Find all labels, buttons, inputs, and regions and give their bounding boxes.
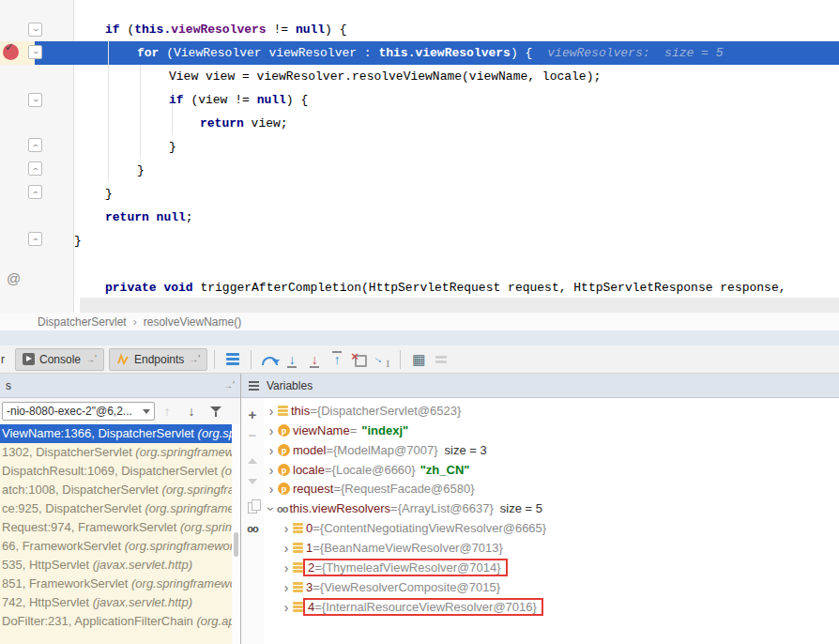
fold-end-marker-icon[interactable]: › — [28, 161, 42, 176]
frame-row[interactable]: 66, FrameworkServlet (org.springframewor — [0, 537, 232, 556]
step-out-button[interactable]: ↑ — [326, 348, 348, 371]
frame-row[interactable]: 742, HttpServlet (javax.servlet.http) — [0, 593, 232, 612]
evaluate-expression-button[interactable]: ▦ — [407, 348, 430, 371]
equals-sign: = — [325, 463, 332, 477]
tab-console[interactable]: Console →' — [15, 348, 104, 371]
step-over-button[interactable] — [258, 348, 281, 371]
scrollbar-thumb[interactable] — [234, 532, 238, 557]
console-icon — [23, 353, 35, 365]
code-line: } — [105, 182, 113, 206]
hamburger-icon[interactable] — [249, 381, 259, 391]
variable-row[interactable]: ›pviewName = "indexj" — [266, 421, 408, 440]
chevron-collapsed-icon[interactable]: › — [281, 542, 292, 555]
variable-name: this — [291, 404, 310, 418]
frame-row[interactable]: 535, HttpServlet (javax.servlet.http) — [0, 556, 232, 575]
new-watch-button[interactable]: + — [242, 404, 263, 424]
variable-name: viewName — [293, 423, 350, 437]
code-token: for — [137, 46, 159, 60]
breadcrumb-item-class[interactable]: DispatcherServlet — [38, 315, 127, 329]
triangle-up-icon — [248, 458, 257, 464]
variable-row[interactable]: ›pmodel = {ModelMap@7007}size = 3 — [266, 440, 487, 460]
frame-row[interactable]: DoFilter:231, ApplicationFilterChain (or… — [0, 612, 232, 631]
chevron-collapsed-icon[interactable]: › — [281, 581, 292, 594]
breakpoint-icon[interactable]: ✓ — [3, 44, 19, 60]
fold-end-marker-icon[interactable]: › — [28, 232, 42, 246]
show-watches-button[interactable]: oo — [242, 518, 263, 539]
chevron-collapsed-icon[interactable]: › — [281, 601, 292, 614]
variable-row[interactable]: ›prequest = {RequestFacade@6580} — [266, 479, 475, 498]
code-token: private void — [105, 281, 193, 295]
tab-endpoints[interactable]: Endpoints →' — [109, 348, 207, 371]
frame-row[interactable]: atch:1008, DispatcherServlet (org.spring… — [0, 481, 232, 499]
drop-frame-button[interactable]: × — [348, 348, 371, 371]
frame-row[interactable]: ViewName:1366, DispatcherServlet (org.sp… — [0, 424, 232, 443]
variable-row[interactable]: ›3 = {ViewResolverComposite@7015} — [281, 577, 500, 597]
variable-row[interactable]: ›oothis.viewResolvers = {ArrayList@6637}… — [266, 498, 542, 518]
field-icon — [293, 543, 303, 553]
breadcrumb: DispatcherServlet › resolveViewName() — [0, 313, 839, 330]
layout-settings-button[interactable] — [430, 348, 452, 371]
move-watch-down-button[interactable] — [242, 471, 263, 492]
chevron-collapsed-icon[interactable]: › — [266, 464, 277, 477]
code-token: ) { — [511, 46, 532, 60]
toolbar-separator — [214, 350, 215, 369]
clipped-debugger-tab-fragment[interactable]: r — [1, 353, 10, 366]
variable-value: {ThymeleafViewResolver@7014} — [322, 560, 501, 575]
thread-dropdown[interactable]: -nio-8080-exec-2"@6,2... — [2, 402, 155, 421]
frames-scrollbar[interactable] — [232, 424, 240, 644]
fold-marker-icon[interactable]: › — [28, 93, 42, 107]
fold-end-marker-icon[interactable]: › — [28, 138, 42, 152]
variable-name: 3 — [306, 580, 313, 594]
code-token: viewResolvers — [415, 46, 510, 60]
chevron-collapsed-icon[interactable]: › — [281, 561, 292, 575]
code-token: ( — [120, 23, 135, 37]
chevron-collapsed-icon[interactable]: › — [266, 444, 277, 457]
jump-to-tab-icon: →' — [189, 354, 200, 364]
frame-row[interactable]: ce:925, DispatcherServlet (org.springfra… — [0, 499, 232, 518]
jump-to-tab-icon: →' — [85, 354, 97, 364]
step-into-button[interactable]: ↓ — [281, 348, 303, 371]
frame-location: 66, FrameworkServlet — [2, 539, 125, 553]
chevron-collapsed-icon[interactable]: › — [266, 405, 277, 418]
variable-row[interactable]: ›1 = {BeanNameViewResolver@7013} — [281, 538, 503, 558]
variable-row[interactable]: ›4 = {InternalResourceViewResolver@7016} — [281, 597, 543, 617]
tab-console-label: Console — [39, 353, 81, 366]
code-line: return null; — [105, 206, 193, 229]
glasses-icon: oo — [247, 524, 257, 534]
frame-package: (org.springframewor — [125, 539, 232, 553]
chevron-collapsed-icon[interactable]: › — [266, 483, 277, 496]
clipped-frames-title-fragment: s — [6, 379, 11, 392]
fold-marker-icon[interactable]: › — [28, 45, 42, 59]
frame-row[interactable]: 851, FrameworkServlet (org.springframewo — [0, 575, 232, 593]
chevron-collapsed-icon[interactable]: › — [266, 424, 277, 437]
show-execution-point-button[interactable] — [221, 348, 244, 371]
plus-icon: + — [249, 407, 257, 422]
run-to-cursor-button[interactable]: → I — [371, 348, 393, 371]
variable-row[interactable]: ›this = {DispatcherServlet@6523} — [266, 401, 461, 421]
fold-end-marker-icon[interactable]: › — [28, 185, 42, 199]
variable-value: {RequestFacade@6580} — [341, 482, 475, 496]
frame-row[interactable]: Request:974, FrameworkServlet (org.sprin… — [0, 518, 232, 537]
frame-location: 851, FrameworkServlet — [2, 576, 131, 590]
variables-panel: Variables + − oo ›this = {DispatcherServ… — [241, 374, 839, 644]
move-watch-up-button[interactable] — [242, 451, 263, 471]
force-step-into-button[interactable]: ↓ — [303, 348, 326, 371]
remove-watch-button[interactable]: − — [242, 424, 263, 445]
hide-frames-filter-button[interactable] — [204, 401, 228, 422]
breadcrumb-item-method[interactable]: resolveViewName() — [144, 315, 241, 329]
frame-row[interactable]: 1302, DispatcherServlet (org.springframe… — [0, 443, 232, 462]
float-window-icon[interactable]: →' — [223, 380, 235, 391]
duplicate-watch-button[interactable] — [242, 498, 263, 518]
variable-row[interactable]: ›plocale = {Locale@6660}"zh_CN" — [266, 460, 469, 480]
frame-package: (org.spr — [198, 426, 232, 440]
variable-row[interactable]: ›0 = {ContentNegotiatingViewResolver@666… — [281, 518, 546, 538]
next-frame-button[interactable]: ↓ — [179, 401, 204, 422]
frame-package: (org.spring — [180, 520, 232, 534]
fold-marker-icon[interactable]: › — [28, 23, 42, 37]
previous-frame-button[interactable]: ↑ — [155, 401, 179, 422]
frame-row[interactable]: DispatchResult:1069, DispatcherServlet (… — [0, 462, 232, 481]
chevron-icon: › — [31, 51, 40, 54]
chevron-expanded-icon[interactable]: › — [265, 503, 278, 514]
variable-row[interactable]: ›2 = {ThymeleafViewResolver@7014} — [281, 558, 508, 577]
chevron-collapsed-icon[interactable]: › — [281, 522, 292, 535]
